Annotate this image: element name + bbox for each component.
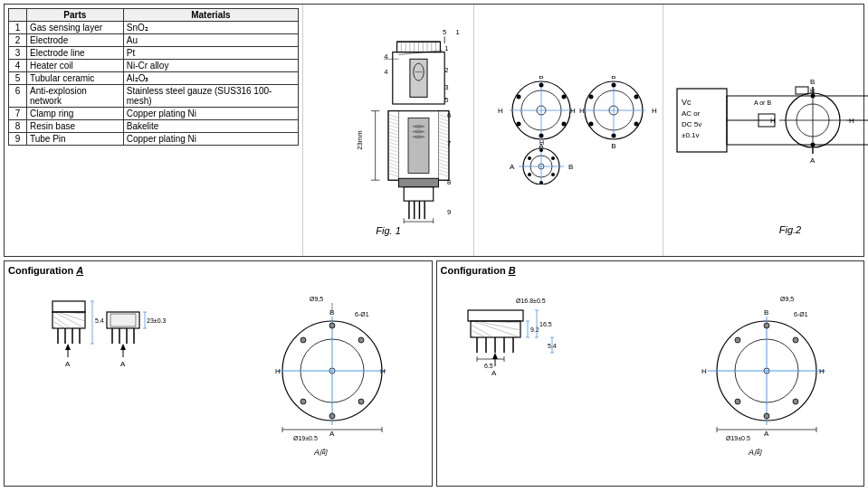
svg-text:A: A xyxy=(810,156,816,165)
svg-point-159 xyxy=(358,337,364,343)
svg-point-66 xyxy=(589,122,594,127)
svg-text:A: A xyxy=(764,430,769,438)
bottom-section: Configuration A xyxy=(4,260,864,487)
row-material: Bakelite xyxy=(123,120,298,133)
svg-text:3: 3 xyxy=(444,83,448,91)
svg-point-49 xyxy=(562,122,567,127)
svg-point-82 xyxy=(528,156,531,160)
table-row: 6 Anti-explosion network Stainless steel… xyxy=(9,85,299,108)
fig1-diagram: 5 1 1 2 xyxy=(307,24,470,223)
parts-table-container: Parts Materials 1 Gas sensing layer SnO₂… xyxy=(5,5,303,256)
svg-marker-127 xyxy=(65,344,71,350)
svg-point-210 xyxy=(764,413,769,419)
svg-marker-177 xyxy=(492,353,498,359)
svg-point-51 xyxy=(517,122,521,127)
fig1-area: 5 1 1 2 xyxy=(303,5,474,256)
svg-text:H: H xyxy=(652,107,657,115)
row-part: Anti-explosion network xyxy=(27,85,124,108)
svg-text:B: B xyxy=(329,308,334,317)
col-materials: Materials xyxy=(123,9,298,22)
config-b-side-views: A 9.2 16.5 xyxy=(466,294,647,461)
svg-rect-175 xyxy=(468,310,523,321)
svg-point-79 xyxy=(551,173,555,176)
svg-text:16.5: 16.5 xyxy=(539,321,552,327)
svg-text:23±0.3: 23±0.3 xyxy=(147,317,166,324)
svg-point-77 xyxy=(539,148,543,152)
svg-point-207 xyxy=(764,323,769,328)
table-row: 5 Tubular ceramic Al₂O₃ xyxy=(9,72,299,85)
svg-text:Ø19±0.5: Ø19±0.5 xyxy=(293,435,318,441)
row-material: Stainless steel gauze (SUS316 100-mesh) xyxy=(123,85,298,108)
svg-text:Ø9,5: Ø9,5 xyxy=(780,296,794,302)
table-row: 9 Tube Pin Copper plating Ni xyxy=(9,133,299,146)
row-material: Ni-Cr alloy xyxy=(123,60,298,72)
table-row: 4 Heater coil Ni-Cr alloy xyxy=(9,60,299,72)
svg-text:A: A xyxy=(329,430,335,438)
row-material: SnO₂ xyxy=(123,22,298,34)
table-row: 1 Gas sensing layer SnO₂ xyxy=(9,22,299,34)
svg-text:H: H xyxy=(498,107,503,115)
svg-text:20mm: 20mm xyxy=(413,222,432,223)
svg-text:1: 1 xyxy=(456,28,460,36)
svg-point-162 xyxy=(300,399,306,404)
table-row: 8 Resin base Bakelite xyxy=(9,120,299,133)
row-material: Copper plating Ni xyxy=(123,133,298,146)
svg-text:A向: A向 xyxy=(748,448,762,457)
svg-text:B: B xyxy=(810,78,815,86)
row-part: Tubular ceramic xyxy=(27,72,124,85)
svg-point-160 xyxy=(358,399,364,404)
row-part: Tube Pin xyxy=(27,133,124,146)
row-part: Gas sensing layer xyxy=(27,22,124,34)
svg-point-81 xyxy=(528,173,531,176)
config-a-circle-view: Ø9,5 6-Ø1 xyxy=(273,294,391,461)
svg-rect-98 xyxy=(796,87,808,94)
svg-point-163 xyxy=(300,337,306,343)
config-b-circle-view: Ø9,5 6-Ø1 H xyxy=(699,294,835,461)
config-b-label: B xyxy=(509,265,516,276)
svg-point-62 xyxy=(612,83,616,88)
svg-text:8: 8 xyxy=(447,178,451,186)
svg-text:Vc: Vc xyxy=(682,98,692,107)
svg-rect-15 xyxy=(388,111,398,181)
svg-point-80 xyxy=(539,181,543,184)
row-material: Au xyxy=(123,34,298,47)
svg-point-118 xyxy=(811,94,816,99)
svg-text:A向: A向 xyxy=(313,448,328,457)
col-parts: Parts xyxy=(27,9,124,22)
svg-text:A: A xyxy=(120,360,126,368)
svg-text:9.2: 9.2 xyxy=(530,326,539,333)
main-container: Parts Materials 1 Gas sensing layer SnO₂… xyxy=(0,0,868,492)
svg-text:1: 1 xyxy=(444,44,448,52)
svg-point-50 xyxy=(539,134,544,138)
svg-text:2: 2 xyxy=(444,66,448,74)
svg-point-64 xyxy=(634,122,639,127)
svg-text:B: B xyxy=(611,142,615,150)
row-part: Clamp ring xyxy=(27,108,124,120)
svg-point-209 xyxy=(793,399,798,404)
config-a-box: Configuration A xyxy=(4,260,433,487)
fig1-label: Fig. 1 xyxy=(376,225,401,236)
svg-text:H: H xyxy=(819,367,825,375)
row-num: 3 xyxy=(9,47,27,60)
config-b-content: A 9.2 16.5 xyxy=(441,278,861,477)
fig2-area: Vc AC or DC 5v ±0.1v H H B A A or B xyxy=(663,5,868,256)
svg-text:B: B xyxy=(611,76,615,80)
svg-rect-130 xyxy=(110,314,136,326)
svg-text:Ø19±0.5: Ø19±0.5 xyxy=(726,435,750,441)
svg-text:H: H xyxy=(810,88,815,94)
svg-text:A or B: A or B xyxy=(754,99,771,106)
config-b-title: Configuration B xyxy=(441,265,861,276)
table-row: 2 Electrode Au xyxy=(9,34,299,47)
svg-text:6-Ø1: 6-Ø1 xyxy=(794,311,808,317)
svg-text:H: H xyxy=(275,367,281,375)
config-a-side-views: A A xyxy=(45,294,199,461)
svg-text:5: 5 xyxy=(443,28,446,36)
svg-point-211 xyxy=(735,399,740,404)
svg-point-212 xyxy=(735,337,740,343)
svg-text:H: H xyxy=(539,139,544,146)
svg-rect-125 xyxy=(52,301,85,312)
svg-marker-136 xyxy=(120,344,126,350)
svg-point-52 xyxy=(517,95,521,99)
svg-text:H: H xyxy=(701,367,707,375)
svg-point-63 xyxy=(634,95,639,99)
